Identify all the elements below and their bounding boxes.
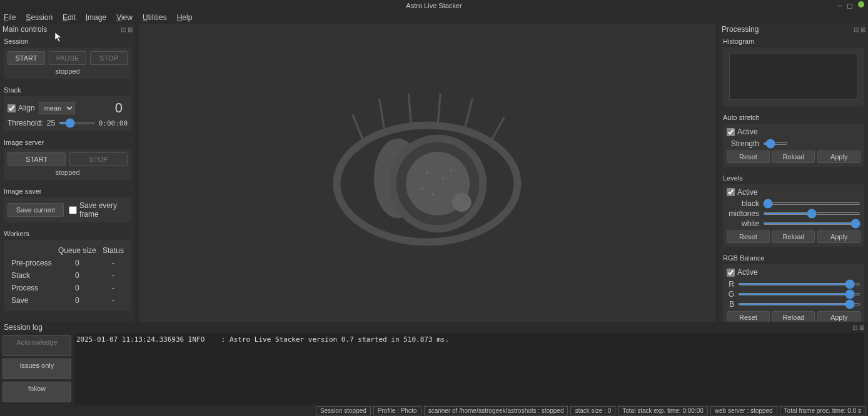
stack-box: Align mean 0 Threshold: 25 0:00:00 [4,96,131,131]
maximize-icon[interactable]: ◻ [847,1,853,10]
session-pause-button[interactable]: PAUSE [49,51,86,65]
b-slider[interactable] [738,303,860,305]
histogram-label: Histogram [719,35,868,47]
menu-view[interactable]: View [116,13,133,22]
panel-dock-icons[interactable]: ⊡ ⊠ [121,26,133,33]
svg-line-2 [380,99,385,131]
menu-image[interactable]: Image [86,13,106,22]
threshold-slider[interactable] [59,122,95,124]
autostretch-apply-button[interactable]: Apply [817,151,860,163]
autostretch-box: Active Strength Reset Reload Apply [723,124,864,167]
logo-eye-icon [321,67,533,279]
status-bar: Session stopped Profile : Photo scanner … [0,405,868,416]
panel-dock-icons[interactable]: ⊡ ⊠ [852,324,864,331]
levels-active-checkbox[interactable]: Active [727,188,758,197]
status-profile: Profile : Photo [373,406,421,415]
session-stop-button[interactable]: STOP [90,51,128,65]
close-icon[interactable] [858,1,864,7]
session-label: Session [0,35,135,47]
workers-table: Queue sizeStatus Pre-process0- Stack0- P… [8,244,128,307]
levels-box: Active black midtones white Reset Reload… [723,184,864,247]
threshold-label: Threshold: [8,119,43,127]
menu-file[interactable]: File [4,13,16,22]
status-webserver: web server : stopped [710,406,777,415]
table-row: Save0- [9,295,126,306]
rgb-active-checkbox[interactable]: Active [727,268,758,277]
image-server-box: START STOP stopped [4,149,131,180]
image-saver-label: Image saver [0,185,135,197]
server-stop-button[interactable]: STOP [69,152,128,166]
strength-slider[interactable] [763,142,788,145]
minimize-icon[interactable]: – [837,1,842,10]
main-controls-panel: Main controls ⊡ ⊠ Session START PAUSE ST… [0,24,135,322]
menu-edit[interactable]: Edit [63,13,76,22]
main-controls-title: Main controls ⊡ ⊠ [0,24,135,35]
levels-reload-button[interactable]: Reload [772,230,815,243]
server-start-button[interactable]: START [8,152,66,166]
autostretch-active-checkbox[interactable]: Active [727,127,758,136]
processing-title: Processing ⊡ ⊠ [719,24,868,35]
svg-line-1 [353,114,363,141]
follow-button[interactable]: follow [3,382,71,402]
stack-count: 0 [115,100,123,116]
svg-point-12 [442,177,444,179]
black-slider[interactable] [763,202,860,205]
image-viewport[interactable] [139,24,715,322]
status-exp-time: Total stack exp. time: 0:00:00 [618,406,708,415]
svg-point-11 [426,172,428,174]
image-server-label: Image server [0,136,135,149]
rgb-label: RGB Balance [719,252,868,264]
session-log-title: Session log ⊡ ⊠ [0,322,868,333]
window-controls: – ◻ [837,1,864,10]
issues-only-button[interactable]: issues only [3,359,71,379]
panel-dock-icons[interactable]: ⊡ ⊠ [854,26,865,33]
levels-label: Levels [719,172,868,184]
menu-help[interactable]: Help [177,13,193,22]
svg-point-13 [431,193,433,195]
session-box: START PAUSE STOP stopped [4,47,131,79]
processing-panel: Processing ⊡ ⊠ Histogram Auto stretch Ac… [719,24,868,322]
histogram-box [723,47,864,106]
save-current-button[interactable]: Save current [8,203,64,217]
log-output[interactable]: 2025-01-07 11:13:24.336936 INFO : Astro … [74,333,864,405]
rgb-reset-button[interactable]: Reset [727,311,770,322]
threshold-value: 25 [47,119,55,127]
svg-line-6 [491,117,504,141]
levels-apply-button[interactable]: Apply [817,230,860,243]
autostretch-reset-button[interactable]: Reset [727,151,770,163]
app-title: Astro Live Stacker [406,2,462,9]
align-checkbox[interactable]: Align [8,104,35,112]
status-frame-time: Total frame proc. time: 0.0 s [780,406,865,415]
save-every-checkbox[interactable]: Save every frame [69,201,128,219]
rgb-reload-button[interactable]: Reload [772,311,815,322]
stack-label: Stack [0,84,135,96]
svg-point-15 [421,188,423,190]
rgb-box: Active R G B Reset Reload Apply [723,264,864,322]
stack-mode-select[interactable]: mean [39,102,75,114]
table-row: Pre-process0- [9,257,126,269]
workers-label: Workers [0,227,135,240]
white-slider[interactable] [763,222,860,225]
levels-reset-button[interactable]: Reset [727,230,770,243]
g-slider[interactable] [738,293,860,295]
menu-utilities[interactable]: Utilities [143,13,167,22]
title-bar: Astro Live Stacker – ◻ [0,0,868,11]
menu-bar: File Session Edit Image View Utilities H… [0,11,868,24]
status-scanner: scanner of /home/astrogeek/astroshots : … [424,406,568,415]
midtones-slider[interactable] [763,212,860,215]
svg-point-14 [450,169,452,171]
stack-time: 0:00:00 [99,119,128,127]
acknowledge-button[interactable]: Acknowledge [3,335,71,356]
table-row: Stack0- [9,270,126,281]
workers-box: Queue sizeStatus Pre-process0- Stack0- P… [4,240,131,311]
server-status: stopped [8,169,128,176]
session-start-button[interactable]: START [8,51,45,65]
r-slider[interactable] [738,283,860,285]
table-row: Process0- [9,282,126,294]
autostretch-reload-button[interactable]: Reload [772,151,815,163]
session-status: stopped [8,67,128,75]
svg-line-3 [408,93,411,125]
svg-line-4 [438,93,440,125]
rgb-apply-button[interactable]: Apply [817,311,860,322]
menu-session[interactable]: Session [26,13,53,22]
